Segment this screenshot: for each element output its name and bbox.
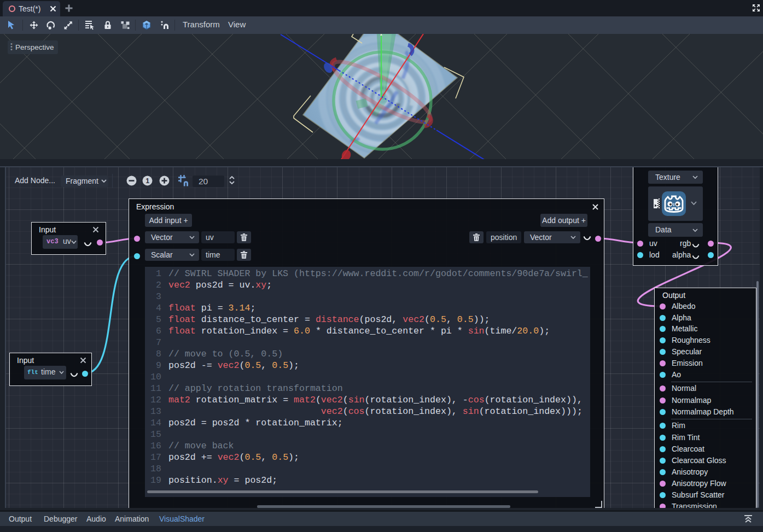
- svg-text:1: 1: [145, 177, 149, 185]
